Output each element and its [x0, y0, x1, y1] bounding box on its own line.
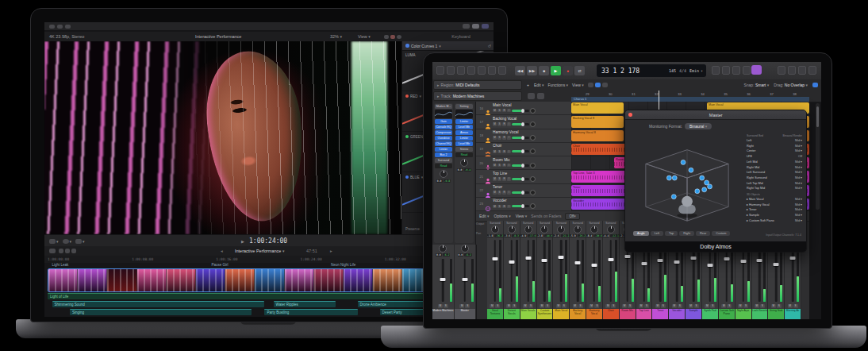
track-m-button[interactable]: M — [493, 191, 497, 195]
bed-channel-row[interactable]: CenterMid ▾ — [747, 148, 802, 154]
fader-cap[interactable] — [691, 256, 697, 260]
object-row[interactable]: ▸ TenorMid ▾ — [747, 207, 802, 213]
mute-button[interactable]: M — [755, 304, 759, 308]
mute-button[interactable]: M — [705, 304, 709, 308]
fader-cap[interactable] — [509, 260, 514, 264]
object-render-select[interactable]: Mid ▾ — [795, 218, 802, 224]
object-row[interactable]: ▸ Main VocalMid ▾ — [747, 197, 802, 202]
fader-cap[interactable] — [774, 263, 779, 266]
mute-button[interactable]: M — [556, 304, 561, 308]
track-s-button[interactable]: S — [497, 122, 501, 126]
track-i-button[interactable]: I — [507, 191, 511, 195]
solo-button[interactable]: S — [661, 304, 666, 308]
track-pan-knob[interactable] — [530, 176, 536, 182]
fader-cap[interactable] — [542, 259, 547, 262]
drag-menu[interactable]: Drag: No Overlap ▾ — [774, 83, 808, 87]
browser-keyboard-label[interactable]: Keyboard — [433, 34, 489, 39]
color-panel-title[interactable]: Color Curves 1 — [411, 44, 437, 48]
pan-knob[interactable] — [508, 226, 516, 233]
mixer-strip-modern-machines[interactable]: 0.0-6.2MSModern Machines — [432, 245, 455, 319]
solo-button[interactable]: S — [594, 304, 599, 308]
view-button-angle[interactable]: Angle — [633, 231, 649, 236]
filmstrip-thumbnail[interactable] — [48, 269, 78, 291]
mute-button[interactable]: M — [506, 304, 511, 308]
plugin-slot[interactable]: Gain — [435, 119, 452, 124]
mixer-strip-choir[interactable]: Surround-4.4-12.1MSChoir — [603, 221, 620, 319]
catch-playhead-icon[interactable] — [588, 83, 593, 87]
solo-button[interactable]: S — [495, 304, 500, 308]
track-header-harmony-vocal[interactable]: 18Harmony VocalMSRI — [476, 129, 571, 143]
track-header-backing-vocal[interactable]: 17Backing VocalMSRI — [476, 115, 571, 129]
filmstrip-thumbnail[interactable] — [344, 269, 373, 291]
track-m-button[interactable]: M — [493, 177, 497, 181]
play-icon[interactable]: ▶ — [241, 239, 244, 244]
mute-button[interactable]: M — [689, 304, 693, 308]
fader-cap[interactable] — [559, 256, 564, 259]
channel-render-select[interactable]: Mid ▾ — [795, 181, 802, 187]
track-m-button[interactable]: M — [493, 122, 497, 126]
strip-setting-button[interactable]: Setting — [455, 104, 473, 109]
channel-render-select[interactable]: Mid ▾ — [795, 165, 802, 171]
count-in-icon[interactable] — [722, 66, 730, 75]
strip-pan-knob[interactable] — [440, 170, 447, 178]
solo-button[interactable]: S — [628, 304, 632, 308]
stop-icon[interactable]: ■ — [539, 66, 549, 75]
bed-channel-row[interactable]: Right MidMid ▾ — [747, 165, 802, 171]
reset-icon[interactable]: ↺ — [488, 44, 491, 48]
play-icon[interactable]: ▶ — [551, 66, 561, 75]
track-s-button[interactable]: S — [497, 150, 501, 154]
channel-render-select[interactable]: Off — [798, 154, 802, 160]
plugin-slot[interactable]: Limiter — [455, 136, 473, 141]
mixer-strip-custom-synthesizer[interactable]: Surround-2.8-44.6MSCustom Synthesizer — [537, 221, 554, 319]
inspector-strip-track[interactable]: Modern M...GainConsole EQCompressorOverd… — [434, 103, 453, 243]
project-name[interactable]: Interactive Performance ▾ — [235, 249, 284, 253]
mute-button[interactable]: M — [622, 304, 627, 308]
channel-render-select[interactable]: Mid ▾ — [795, 138, 802, 144]
mixer-strip-distant-vocals[interactable]: Surround-3.6-8.3MSDistant Vocals — [504, 221, 520, 319]
fader-cap[interactable] — [790, 256, 796, 260]
eq-thumbnail[interactable] — [435, 110, 452, 118]
region-inspector-header[interactable]: ▸ Region: MIDI Defaults — [433, 80, 522, 90]
mute-button[interactable]: M — [459, 304, 464, 308]
track-r-button[interactable]: R — [502, 150, 506, 154]
prev-project-icon[interactable]: ◂ — [221, 249, 223, 253]
track-volume-slider[interactable] — [512, 123, 529, 125]
mute-button[interactable]: M — [605, 304, 610, 308]
solo-button[interactable]: S — [611, 304, 616, 308]
channel-render-select[interactable]: Mid ▾ — [795, 160, 802, 165]
scissors-icon[interactable] — [595, 83, 601, 87]
track-r-button[interactable]: R — [502, 164, 506, 168]
pan-knob[interactable] — [491, 226, 499, 233]
record-icon[interactable]: ● — [563, 66, 573, 75]
fader[interactable] — [570, 238, 586, 303]
solo-button[interactable]: S — [512, 304, 517, 308]
paste-icon[interactable] — [59, 249, 63, 253]
track-r-button[interactable]: R — [502, 191, 506, 195]
track-r-button[interactable]: R — [502, 205, 506, 209]
track-header-vocoder[interactable]: 23VocoderMSRI — [476, 198, 571, 211]
fader-cap[interactable] — [462, 278, 467, 281]
list-view-icon[interactable] — [472, 24, 479, 29]
solo-button[interactable]: S — [528, 304, 533, 308]
track-i-button[interactable]: I — [507, 109, 511, 113]
track-m-button[interactable]: M — [493, 150, 497, 154]
track-i-button[interactable]: I — [507, 150, 511, 154]
pan-knob[interactable] — [590, 226, 598, 233]
track-pan-knob[interactable] — [530, 108, 536, 114]
channel-render-select[interactable]: Mid ▾ — [795, 148, 802, 154]
track-s-button[interactable]: S — [497, 177, 501, 181]
track-header-main-vocal[interactable]: 16Main VocalMSRI — [476, 102, 571, 115]
solo-button[interactable]: S — [578, 304, 583, 308]
send-slot[interactable]: Bus 2 — [435, 152, 452, 157]
mute-button[interactable]: M — [589, 304, 593, 308]
track-volume-slider[interactable] — [512, 137, 529, 139]
new-track-button[interactable] — [528, 93, 535, 99]
pan-knob[interactable] — [540, 226, 548, 233]
fader-cap[interactable] — [757, 259, 762, 262]
track-volume-slider[interactable] — [512, 150, 529, 152]
browsers-icon[interactable] — [808, 66, 816, 75]
bar-ruler[interactable]: 29303132333435363738 — [571, 91, 809, 97]
track-m-button[interactable]: M — [493, 109, 497, 113]
list-editors-icon[interactable] — [778, 66, 785, 75]
track-header-top-line[interactable]: 21Top LineMSRI — [476, 170, 571, 183]
